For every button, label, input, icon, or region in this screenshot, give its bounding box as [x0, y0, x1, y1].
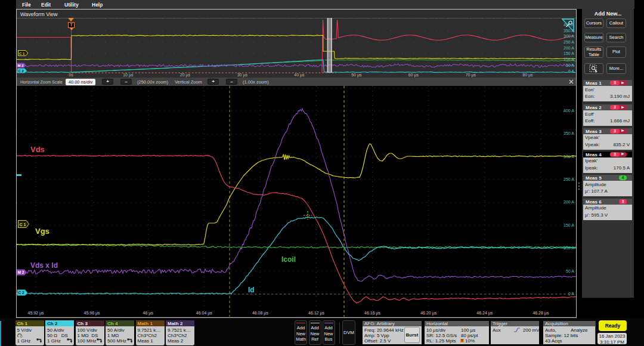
svg-text:C 2: C 2 — [18, 291, 25, 295]
svg-text:C 1: C 1 — [20, 223, 26, 227]
svg-text:M 2: M 2 — [18, 270, 24, 274]
svg-text:C 2: C 2 — [18, 69, 24, 72]
svg-text:C 1: C 1 — [19, 52, 25, 55]
svg-text:M 2: M 2 — [18, 64, 24, 67]
